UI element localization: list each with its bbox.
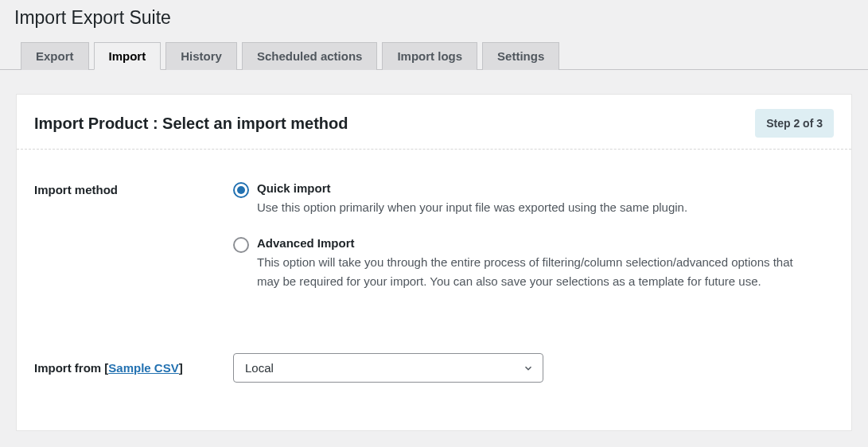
tab-export[interactable]: Export: [21, 42, 89, 70]
import-from-row: Import from [Sample CSV] Local: [34, 353, 834, 383]
import-from-label: Import from [Sample CSV]: [34, 361, 233, 375]
tab-settings[interactable]: Settings: [482, 42, 559, 70]
step-badge: Step 2 of 3: [755, 109, 834, 138]
import-from-select-wrap: Local: [233, 353, 543, 383]
import-from-value: Local: [233, 353, 834, 383]
import-from-prefix: Import from: [34, 361, 104, 375]
tab-import-logs[interactable]: Import logs: [382, 42, 477, 70]
radio-quick-text: Quick import Use this option primarily w…: [257, 181, 834, 217]
radio-quick-title: Quick import: [257, 181, 818, 195]
radio-quick-import[interactable]: [233, 182, 249, 198]
nav-tabs: Export Import History Scheduled actions …: [0, 41, 868, 70]
import-from-select[interactable]: Local: [233, 353, 543, 383]
tab-scheduled-actions[interactable]: Scheduled actions: [242, 42, 378, 70]
panel-title: Import Product : Select an import method: [34, 115, 348, 133]
bracket-close: ]: [179, 361, 183, 375]
import-method-row: Import method Quick import Use this opti…: [34, 181, 834, 310]
import-panel: Import Product : Select an import method…: [16, 94, 852, 431]
radio-advanced-import[interactable]: [233, 237, 249, 253]
radio-advanced-desc: This option will take you through the en…: [257, 253, 818, 291]
page-title: Import Export Suite: [14, 0, 868, 32]
radio-advanced-title: Advanced Import: [257, 236, 818, 250]
radio-option-advanced: Advanced Import This option will take yo…: [233, 236, 834, 291]
import-from-selected-value: Local: [245, 361, 274, 375]
import-method-label: Import method: [34, 181, 233, 310]
import-method-options: Quick import Use this option primarily w…: [233, 181, 834, 310]
radio-option-quick: Quick import Use this option primarily w…: [233, 181, 834, 217]
radio-advanced-text: Advanced Import This option will take yo…: [257, 236, 834, 291]
panel-header: Import Product : Select an import method…: [17, 95, 851, 150]
tab-history[interactable]: History: [165, 42, 237, 70]
sample-csv-link[interactable]: Sample CSV: [108, 361, 178, 375]
tab-import[interactable]: Import: [94, 42, 162, 70]
form-body: Import method Quick import Use this opti…: [17, 150, 851, 430]
radio-quick-desc: Use this option primarily when your inpu…: [257, 198, 818, 217]
